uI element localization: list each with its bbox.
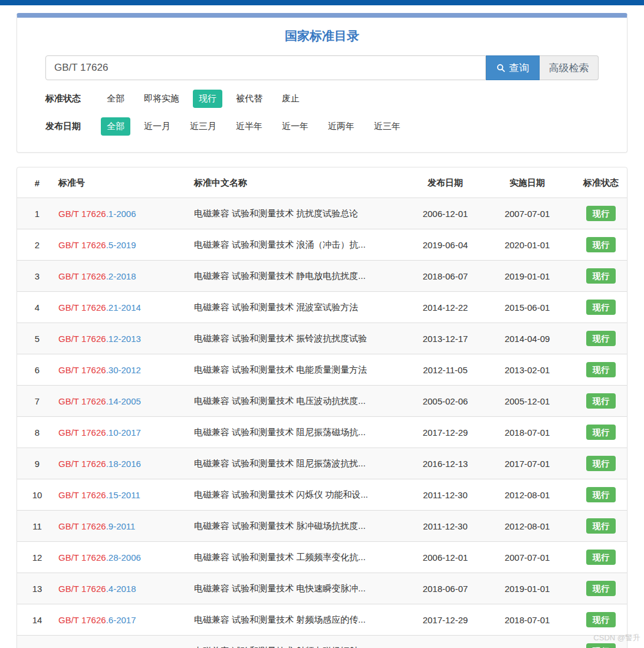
filter-option[interactable]: 近半年 <box>230 117 268 136</box>
column-header: # <box>17 167 57 198</box>
standard-code-cell: GB/T 17626.4-2018 <box>57 573 193 604</box>
column-header: 标准状态 <box>575 167 627 198</box>
standard-name: 电磁兼容 试验和测量技术 电能质量测量方法 <box>193 354 411 386</box>
row-index: 6 <box>17 354 57 386</box>
standard-code-link[interactable]: GB/T 17626.3-2016 <box>58 646 136 648</box>
table-row: 13GB/T 17626.4-2018电磁兼容 试验和测量技术 电快速瞬变脉冲.… <box>17 573 627 604</box>
standard-code-cell: GB/T 17626.18-2016 <box>57 448 193 479</box>
standard-code-link[interactable]: GB/T 17626.2-2018 <box>58 271 136 281</box>
standard-name: 电磁兼容 试验和测量技术 电压波动抗扰度... <box>193 386 411 417</box>
table-row: 6GB/T 17626.30-2012电磁兼容 试验和测量技术 电能质量测量方法… <box>17 354 627 386</box>
code-suffix: .5-2019 <box>106 240 136 250</box>
filter-option[interactable]: 现行 <box>193 90 222 108</box>
query-button[interactable]: 查询 <box>486 55 540 80</box>
standard-code-link[interactable]: GB/T 17626.15-2011 <box>58 490 140 500</box>
standard-name: 电磁兼容 试验和测量技术 电快速瞬变脉冲... <box>193 573 411 604</box>
status-badge: 现行 <box>586 237 616 252</box>
column-header: 实施日期 <box>479 167 575 198</box>
status-badge: 现行 <box>586 425 616 440</box>
row-index: 15 <box>17 636 57 648</box>
filter-option[interactable]: 近一月 <box>138 117 176 136</box>
search-input[interactable] <box>45 55 486 80</box>
search-bar: 查询 高级检索 <box>17 55 627 80</box>
filter-option[interactable]: 全部 <box>101 117 130 136</box>
code-suffix: .21-2014 <box>106 302 141 313</box>
filter-option[interactable]: 被代替 <box>230 90 268 108</box>
table-row: 3GB/T 17626.2-2018电磁兼容 试验和测量技术 静电放电抗扰度..… <box>17 261 627 292</box>
filter-option[interactable]: 废止 <box>276 90 305 108</box>
standard-code-cell: GB/T 17626.21-2014 <box>57 292 193 323</box>
status-badge: 现行 <box>586 487 616 502</box>
standard-name: 电磁兼容 试验和测量技术 闪烁仪 功能和设... <box>193 479 411 511</box>
status-badge: 现行 <box>586 393 616 409</box>
filter-option[interactable]: 全部 <box>101 90 130 108</box>
standard-code-link[interactable]: GB/T 17626.6-2017 <box>58 615 136 625</box>
standard-name: 电磁兼容 试验和测量技术 工频频率变化抗... <box>193 542 411 573</box>
standard-code-link[interactable]: GB/T 17626.21-2014 <box>58 302 141 313</box>
filter-label: 发布日期 <box>45 121 101 132</box>
standard-code-link[interactable]: GB/T 17626.12-2013 <box>58 334 141 344</box>
filter-option[interactable]: 近三年 <box>368 117 406 136</box>
filter-option[interactable]: 近一年 <box>276 117 314 136</box>
filter-option[interactable]: 近两年 <box>322 117 360 136</box>
top-accent-bar <box>0 0 644 5</box>
standard-name: 电磁兼容 试验和测量技术 静电放电抗扰度... <box>193 261 411 292</box>
keyword-highlight: GB/T 17626 <box>58 209 106 219</box>
keyword-highlight: GB/T 17626 <box>58 271 106 281</box>
row-index: 8 <box>17 417 57 448</box>
standard-code-link[interactable]: GB/T 17626.14-2005 <box>58 396 141 406</box>
standard-name: 电磁兼容 试验和测量技术 脉冲磁场抗扰度... <box>193 511 411 542</box>
keyword-highlight: GB/T 17626 <box>58 646 106 648</box>
standard-code-cell: GB/T 17626.15-2011 <box>57 479 193 511</box>
status-cell: 现行 <box>575 604 627 636</box>
row-index: 9 <box>17 448 57 479</box>
code-suffix: .9-2011 <box>106 521 136 531</box>
keyword-highlight: GB/T 17626 <box>58 459 106 469</box>
implement-date: 2007-07-01 <box>479 198 575 229</box>
publish-date: 2014-12-22 <box>411 292 479 323</box>
code-suffix: .15-2011 <box>106 490 140 500</box>
row-index: 11 <box>17 511 57 542</box>
standard-code-link[interactable]: GB/T 17626.5-2019 <box>58 240 136 250</box>
filter-option[interactable]: 即将实施 <box>138 90 185 108</box>
standard-code-link[interactable]: GB/T 17626.30-2012 <box>58 365 141 375</box>
code-suffix: .1-2006 <box>106 209 136 219</box>
table-header-row: #标准号标准中文名称发布日期实施日期标准状态 <box>17 167 627 198</box>
standard-code-link[interactable]: GB/T 17626.4-2018 <box>58 584 136 594</box>
standard-code-link[interactable]: GB/T 17626.1-2006 <box>58 209 136 219</box>
standard-code-link[interactable]: GB/T 17626.9-2011 <box>58 521 135 531</box>
standard-code-cell: GB/T 17626.6-2017 <box>57 604 193 636</box>
standard-code-cell: GB/T 17626.10-2017 <box>57 417 193 448</box>
implement-date: 2013-02-01 <box>479 354 575 386</box>
status-badge: 现行 <box>586 331 616 346</box>
implement-date: 2020-01-01 <box>479 229 575 261</box>
publish-date: 2005-02-06 <box>411 386 479 417</box>
status-cell: 现行 <box>575 229 627 261</box>
standard-code-link[interactable]: GB/T 17626.10-2017 <box>58 427 141 438</box>
code-suffix: .6-2017 <box>106 615 136 625</box>
implement-date: 2017-07-01 <box>479 448 575 479</box>
standard-name: 电磁兼容 试验和测量技术 射频电磁场辐射... <box>193 636 411 648</box>
standard-code-link[interactable]: GB/T 17626.18-2016 <box>58 459 141 469</box>
row-index: 2 <box>17 229 57 261</box>
keyword-highlight: GB/T 17626 <box>58 302 106 313</box>
implement-date: 2018-07-01 <box>479 417 575 448</box>
row-index: 13 <box>17 573 57 604</box>
implement-date: 2019-01-01 <box>479 573 575 604</box>
page-title: 国家标准目录 <box>17 28 627 44</box>
row-index: 12 <box>17 542 57 573</box>
advanced-search-button[interactable]: 高级检索 <box>540 55 599 80</box>
filter-option[interactable]: 近三月 <box>184 117 222 136</box>
table-row: 2GB/T 17626.5-2019电磁兼容 试验和测量技术 浪涌（冲击）抗..… <box>17 229 627 261</box>
publish-date: 2011-12-30 <box>411 479 479 511</box>
publish-date: 2011-12-30 <box>411 511 479 542</box>
keyword-highlight: GB/T 17626 <box>58 240 106 250</box>
publish-date: 2012-11-05 <box>411 354 479 386</box>
status-cell: 现行 <box>575 542 627 573</box>
code-suffix: .28-2006 <box>106 552 141 563</box>
standard-code-link[interactable]: GB/T 17626.28-2006 <box>58 552 141 563</box>
status-cell: 现行 <box>575 573 627 604</box>
standard-code-cell: GB/T 17626.14-2005 <box>57 386 193 417</box>
filter-row-publish-date: 发布日期 全部近一月近三月近半年近一年近两年近三年 <box>17 117 627 136</box>
implement-date: 2012-08-01 <box>479 511 575 542</box>
